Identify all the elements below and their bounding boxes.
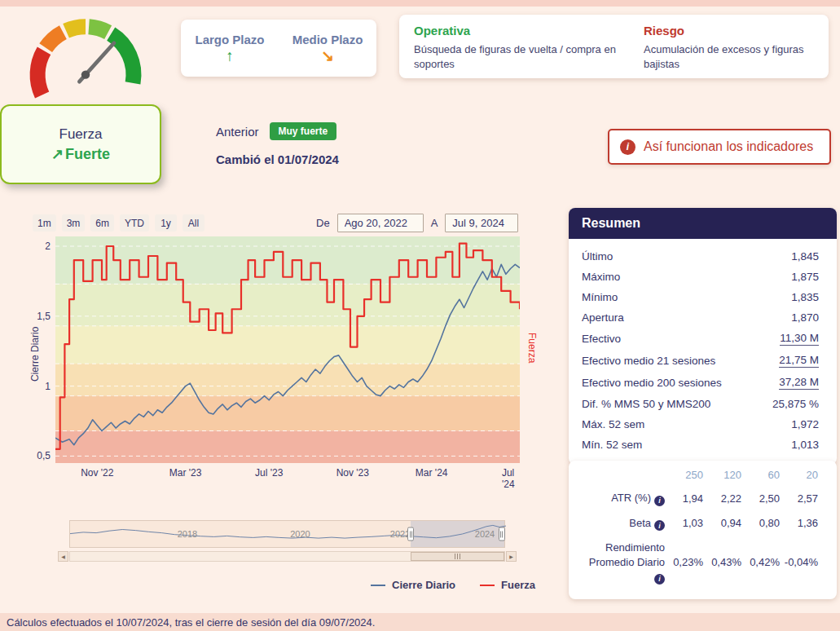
y-tick-label: 1	[45, 381, 51, 392]
medium-term-label: Medio Plazo	[292, 33, 363, 46]
price-strength-chart[interactable]	[55, 236, 520, 463]
stats-cell-value: 1,36	[780, 517, 818, 529]
y-tick-label: 1,5	[37, 311, 51, 322]
stats-cell-value: -0,04%	[780, 556, 818, 568]
scroll-right-arrow-icon[interactable]: ▶	[506, 551, 517, 562]
long-term-label: Largo Plazo	[195, 33, 264, 46]
legend-item-cierre-diario[interactable]: Cierre Diario	[371, 579, 455, 591]
stats-cell-value: 0,23%	[665, 556, 703, 568]
legend-item-fuerza[interactable]: Fuerza	[480, 579, 535, 591]
up-arrow-icon: ↑	[226, 48, 234, 64]
summary-row: Efectivo medio 200 sesiones37,28 M	[582, 372, 819, 394]
stats-row-label: Betai	[580, 516, 665, 532]
summary-row-value: 1,972	[791, 418, 819, 430]
operativa-title: Operativa	[414, 24, 616, 38]
down-right-arrow-icon: ↘	[321, 48, 334, 64]
summary-row-label: Efectivo	[582, 333, 621, 345]
summary-rows: Último1,845Máximo1,875Mínimo1,835Apertur…	[569, 239, 837, 465]
scrollbar-thumb[interactable]	[411, 552, 504, 561]
legend-label: Cierre Diario	[392, 579, 455, 591]
stats-cell-value: 0,80	[741, 517, 780, 529]
x-axis-ticks: Nov '22Mar '23Jul '23Nov '23Mar '24Jul '…	[55, 467, 520, 480]
indicator-state-label: Fuerte	[65, 146, 110, 162]
stats-cell-value: 2,50	[741, 492, 780, 505]
summary-title: Resumen	[569, 208, 837, 239]
date-from-input[interactable]	[337, 214, 424, 232]
summary-row: Máx. 52 sem1,972	[582, 414, 819, 435]
chart-navigator[interactable]: 2018202020222024	[69, 520, 505, 548]
footer-bar: Cálculos efectuados el 10/07/2024, tras …	[0, 613, 840, 631]
scrollbar-track[interactable]	[69, 551, 505, 562]
riesgo-description: Acumulación de excesos y figuras bajista…	[644, 42, 814, 72]
summary-row-value: 21,75 M	[779, 354, 819, 368]
riesgo-section: Riesgo Acumulación de excesos y figuras …	[644, 24, 814, 69]
stats-row-label-text: Beta	[629, 517, 651, 529]
summary-row-value: 37,28 M	[779, 376, 819, 390]
range-button-6m[interactable]: 6m	[90, 214, 114, 232]
range-button-all[interactable]: All	[183, 214, 205, 232]
operativa-section: Operativa Búsqueda de figuras de vuelta …	[414, 24, 616, 69]
range-button-1m[interactable]: 1m	[33, 214, 56, 232]
y-axis-ticks: 21,510,5	[28, 236, 51, 463]
stats-cell-value: 0,43%	[703, 556, 741, 568]
info-icon[interactable]: i	[654, 520, 665, 531]
navigator-year-label: 2018	[178, 529, 197, 539]
summary-row-label: Apertura	[582, 311, 624, 324]
stats-cell-value: 2,57	[780, 492, 818, 505]
fuerza-indicator-card[interactable]: Fuerza ↗Fuerte	[0, 104, 161, 184]
summary-row-label: Máx. 52 sem	[582, 418, 644, 430]
x-tick-label: Jul '24	[502, 467, 515, 490]
indicator-state: ↗Fuerte	[51, 145, 110, 163]
previous-label: Anterior	[216, 125, 259, 139]
previous-state-block: Anterior Muy fuerte Cambió el 01/07/2024	[216, 122, 339, 166]
legend-line-swatch	[371, 585, 385, 586]
summary-row-label: Máximo	[582, 271, 620, 283]
range-button-1y[interactable]: 1y	[155, 214, 177, 232]
range-button-3m[interactable]: 3m	[62, 214, 86, 232]
summary-row-label: Dif. % MMS 50 y MMS200	[582, 398, 710, 410]
trend-terms-card: Largo Plazo ↑ Medio Plazo ↘	[181, 20, 376, 77]
info-icon[interactable]: i	[654, 496, 665, 506]
x-tick-label: Mar '23	[169, 467, 202, 479]
summary-panel: Resumen Último1,845Máximo1,875Mínimo1,83…	[569, 208, 837, 465]
changed-date-text: Cambió el 01/07/2024	[216, 152, 339, 166]
summary-row-label: Efectivo medio 200 sesiones	[582, 377, 722, 389]
stats-column-header: 20	[780, 469, 818, 481]
x-tick-label: Mar '24	[416, 467, 448, 479]
stats-row-label: ATR (%)i	[580, 491, 665, 506]
indicators-dashboard: Largo Plazo ↑ Medio Plazo ↘ Operativa Bú…	[0, 0, 840, 631]
operativa-riesgo-card: Operativa Búsqueda de figuras de vuelta …	[399, 15, 829, 78]
right-axis-title: Fuerza	[526, 333, 538, 363]
stats-column-header: 60	[741, 469, 780, 481]
range-button-ytd[interactable]: YTD	[120, 214, 149, 232]
summary-row-label: Efectivo medio 21 sesiones	[582, 355, 715, 367]
navigator-right-handle[interactable]	[499, 527, 505, 541]
riesgo-title: Riesgo	[644, 24, 814, 38]
indicator-name: Fuerza	[59, 126, 103, 143]
scroll-left-arrow-icon[interactable]: ◀	[58, 551, 68, 562]
stats-cell-value: 2,22	[703, 492, 741, 505]
info-icon[interactable]: i	[654, 574, 665, 585]
info-icon: i	[620, 139, 635, 155]
summary-row-label: Mínimo	[582, 291, 618, 303]
top-strip	[0, 0, 840, 7]
date-to-label: A	[431, 217, 438, 229]
date-from-label: De	[316, 217, 330, 229]
stats-row-label: Rendimiento Promedio Diarioi	[580, 541, 665, 585]
stats-cell-value: 1,94	[665, 492, 703, 505]
stats-table: 2501206020ATR (%)i1,942,222,502,57Betai1…	[580, 469, 817, 585]
date-to-input[interactable]	[445, 214, 518, 232]
gauge-icon	[21, 7, 150, 99]
stats-cell-value: 0,42%	[741, 556, 780, 568]
stats-column-header: 120	[703, 469, 741, 481]
summary-row-value: 25,875 %	[772, 398, 819, 410]
how-indicators-work-button[interactable]: i Así funcionan los indicadores	[608, 129, 831, 165]
summary-row-value: 1,845	[791, 250, 819, 263]
x-tick-label: Jul '23	[255, 467, 283, 479]
summary-row-value: 1,013	[791, 439, 819, 451]
summary-row-value: 11,30 M	[780, 332, 819, 346]
summary-row-value: 1,835	[791, 291, 819, 303]
date-range-picker: De A	[316, 214, 518, 232]
summary-row: Efectivo medio 21 sesiones21,75 M	[582, 350, 819, 372]
navigator-left-handle[interactable]	[407, 527, 414, 541]
